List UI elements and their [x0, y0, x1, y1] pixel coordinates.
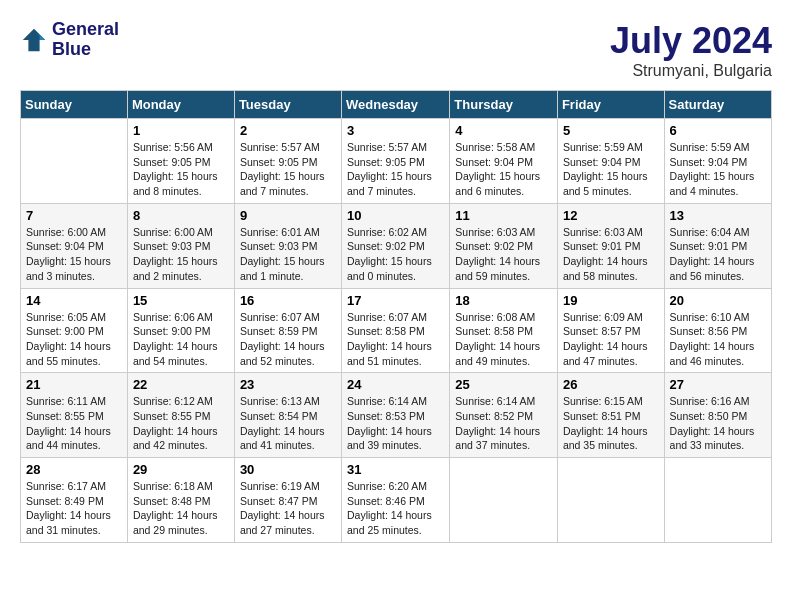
day-info: Sunrise: 5:57 AM Sunset: 9:05 PM Dayligh…: [240, 140, 336, 199]
day-number: 27: [670, 377, 766, 392]
logo-icon: [20, 26, 48, 54]
calendar-cell: 5Sunrise: 5:59 AM Sunset: 9:04 PM Daylig…: [557, 119, 664, 204]
header: General Blue July 2024 Strumyani, Bulgar…: [20, 20, 772, 80]
calendar-cell: [557, 458, 664, 543]
day-info: Sunrise: 6:11 AM Sunset: 8:55 PM Dayligh…: [26, 394, 122, 453]
day-info: Sunrise: 5:56 AM Sunset: 9:05 PM Dayligh…: [133, 140, 229, 199]
day-info: Sunrise: 6:17 AM Sunset: 8:49 PM Dayligh…: [26, 479, 122, 538]
calendar-cell: 15Sunrise: 6:06 AM Sunset: 9:00 PM Dayli…: [127, 288, 234, 373]
day-number: 31: [347, 462, 444, 477]
day-number: 11: [455, 208, 552, 223]
calendar-cell: 30Sunrise: 6:19 AM Sunset: 8:47 PM Dayli…: [234, 458, 341, 543]
day-number: 21: [26, 377, 122, 392]
weekday-header-row: SundayMondayTuesdayWednesdayThursdayFrid…: [21, 91, 772, 119]
calendar-week-row: 21Sunrise: 6:11 AM Sunset: 8:55 PM Dayli…: [21, 373, 772, 458]
day-info: Sunrise: 6:07 AM Sunset: 8:58 PM Dayligh…: [347, 310, 444, 369]
day-number: 2: [240, 123, 336, 138]
calendar-cell: [450, 458, 558, 543]
day-number: 6: [670, 123, 766, 138]
calendar-cell: 22Sunrise: 6:12 AM Sunset: 8:55 PM Dayli…: [127, 373, 234, 458]
day-info: Sunrise: 6:05 AM Sunset: 9:00 PM Dayligh…: [26, 310, 122, 369]
calendar-cell: 24Sunrise: 6:14 AM Sunset: 8:53 PM Dayli…: [342, 373, 450, 458]
calendar-cell: 28Sunrise: 6:17 AM Sunset: 8:49 PM Dayli…: [21, 458, 128, 543]
day-number: 25: [455, 377, 552, 392]
calendar-cell: 14Sunrise: 6:05 AM Sunset: 9:00 PM Dayli…: [21, 288, 128, 373]
calendar-cell: [664, 458, 771, 543]
day-number: 9: [240, 208, 336, 223]
weekday-header-wednesday: Wednesday: [342, 91, 450, 119]
day-info: Sunrise: 5:59 AM Sunset: 9:04 PM Dayligh…: [670, 140, 766, 199]
calendar-cell: 6Sunrise: 5:59 AM Sunset: 9:04 PM Daylig…: [664, 119, 771, 204]
calendar-cell: 9Sunrise: 6:01 AM Sunset: 9:03 PM Daylig…: [234, 203, 341, 288]
day-info: Sunrise: 6:01 AM Sunset: 9:03 PM Dayligh…: [240, 225, 336, 284]
day-number: 23: [240, 377, 336, 392]
day-info: Sunrise: 6:09 AM Sunset: 8:57 PM Dayligh…: [563, 310, 659, 369]
day-number: 7: [26, 208, 122, 223]
calendar-week-row: 14Sunrise: 6:05 AM Sunset: 9:00 PM Dayli…: [21, 288, 772, 373]
day-info: Sunrise: 6:03 AM Sunset: 9:02 PM Dayligh…: [455, 225, 552, 284]
day-info: Sunrise: 6:14 AM Sunset: 8:52 PM Dayligh…: [455, 394, 552, 453]
day-info: Sunrise: 5:57 AM Sunset: 9:05 PM Dayligh…: [347, 140, 444, 199]
day-info: Sunrise: 5:58 AM Sunset: 9:04 PM Dayligh…: [455, 140, 552, 199]
day-number: 17: [347, 293, 444, 308]
calendar-cell: 3Sunrise: 5:57 AM Sunset: 9:05 PM Daylig…: [342, 119, 450, 204]
day-number: 28: [26, 462, 122, 477]
calendar-cell: 27Sunrise: 6:16 AM Sunset: 8:50 PM Dayli…: [664, 373, 771, 458]
calendar-cell: 16Sunrise: 6:07 AM Sunset: 8:59 PM Dayli…: [234, 288, 341, 373]
day-info: Sunrise: 6:03 AM Sunset: 9:01 PM Dayligh…: [563, 225, 659, 284]
location: Strumyani, Bulgaria: [610, 62, 772, 80]
title-area: July 2024 Strumyani, Bulgaria: [610, 20, 772, 80]
calendar-cell: 7Sunrise: 6:00 AM Sunset: 9:04 PM Daylig…: [21, 203, 128, 288]
day-number: 15: [133, 293, 229, 308]
calendar-cell: 29Sunrise: 6:18 AM Sunset: 8:48 PM Dayli…: [127, 458, 234, 543]
calendar-cell: 17Sunrise: 6:07 AM Sunset: 8:58 PM Dayli…: [342, 288, 450, 373]
logo-text: General Blue: [52, 20, 119, 60]
calendar-cell: [21, 119, 128, 204]
calendar-cell: 26Sunrise: 6:15 AM Sunset: 8:51 PM Dayli…: [557, 373, 664, 458]
calendar-week-row: 7Sunrise: 6:00 AM Sunset: 9:04 PM Daylig…: [21, 203, 772, 288]
day-number: 30: [240, 462, 336, 477]
calendar-cell: 21Sunrise: 6:11 AM Sunset: 8:55 PM Dayli…: [21, 373, 128, 458]
day-number: 1: [133, 123, 229, 138]
calendar-cell: 19Sunrise: 6:09 AM Sunset: 8:57 PM Dayli…: [557, 288, 664, 373]
weekday-header-sunday: Sunday: [21, 91, 128, 119]
day-info: Sunrise: 6:02 AM Sunset: 9:02 PM Dayligh…: [347, 225, 444, 284]
day-number: 20: [670, 293, 766, 308]
calendar-cell: 12Sunrise: 6:03 AM Sunset: 9:01 PM Dayli…: [557, 203, 664, 288]
calendar-cell: 11Sunrise: 6:03 AM Sunset: 9:02 PM Dayli…: [450, 203, 558, 288]
day-info: Sunrise: 6:12 AM Sunset: 8:55 PM Dayligh…: [133, 394, 229, 453]
day-info: Sunrise: 5:59 AM Sunset: 9:04 PM Dayligh…: [563, 140, 659, 199]
day-info: Sunrise: 6:16 AM Sunset: 8:50 PM Dayligh…: [670, 394, 766, 453]
day-number: 16: [240, 293, 336, 308]
weekday-header-saturday: Saturday: [664, 91, 771, 119]
calendar-cell: 25Sunrise: 6:14 AM Sunset: 8:52 PM Dayli…: [450, 373, 558, 458]
day-info: Sunrise: 6:13 AM Sunset: 8:54 PM Dayligh…: [240, 394, 336, 453]
calendar-cell: 20Sunrise: 6:10 AM Sunset: 8:56 PM Dayli…: [664, 288, 771, 373]
day-number: 3: [347, 123, 444, 138]
day-number: 13: [670, 208, 766, 223]
weekday-header-monday: Monday: [127, 91, 234, 119]
day-number: 12: [563, 208, 659, 223]
weekday-header-tuesday: Tuesday: [234, 91, 341, 119]
weekday-header-friday: Friday: [557, 91, 664, 119]
day-info: Sunrise: 6:04 AM Sunset: 9:01 PM Dayligh…: [670, 225, 766, 284]
calendar-cell: 18Sunrise: 6:08 AM Sunset: 8:58 PM Dayli…: [450, 288, 558, 373]
day-number: 22: [133, 377, 229, 392]
day-info: Sunrise: 6:15 AM Sunset: 8:51 PM Dayligh…: [563, 394, 659, 453]
calendar-cell: 10Sunrise: 6:02 AM Sunset: 9:02 PM Dayli…: [342, 203, 450, 288]
day-info: Sunrise: 6:10 AM Sunset: 8:56 PM Dayligh…: [670, 310, 766, 369]
day-number: 29: [133, 462, 229, 477]
calendar-table: SundayMondayTuesdayWednesdayThursdayFrid…: [20, 90, 772, 543]
calendar-cell: 4Sunrise: 5:58 AM Sunset: 9:04 PM Daylig…: [450, 119, 558, 204]
calendar-cell: 8Sunrise: 6:00 AM Sunset: 9:03 PM Daylig…: [127, 203, 234, 288]
calendar-week-row: 1Sunrise: 5:56 AM Sunset: 9:05 PM Daylig…: [21, 119, 772, 204]
day-number: 5: [563, 123, 659, 138]
day-number: 14: [26, 293, 122, 308]
day-info: Sunrise: 6:18 AM Sunset: 8:48 PM Dayligh…: [133, 479, 229, 538]
day-number: 18: [455, 293, 552, 308]
day-number: 26: [563, 377, 659, 392]
calendar-cell: 13Sunrise: 6:04 AM Sunset: 9:01 PM Dayli…: [664, 203, 771, 288]
day-number: 19: [563, 293, 659, 308]
day-info: Sunrise: 6:00 AM Sunset: 9:03 PM Dayligh…: [133, 225, 229, 284]
day-info: Sunrise: 6:20 AM Sunset: 8:46 PM Dayligh…: [347, 479, 444, 538]
